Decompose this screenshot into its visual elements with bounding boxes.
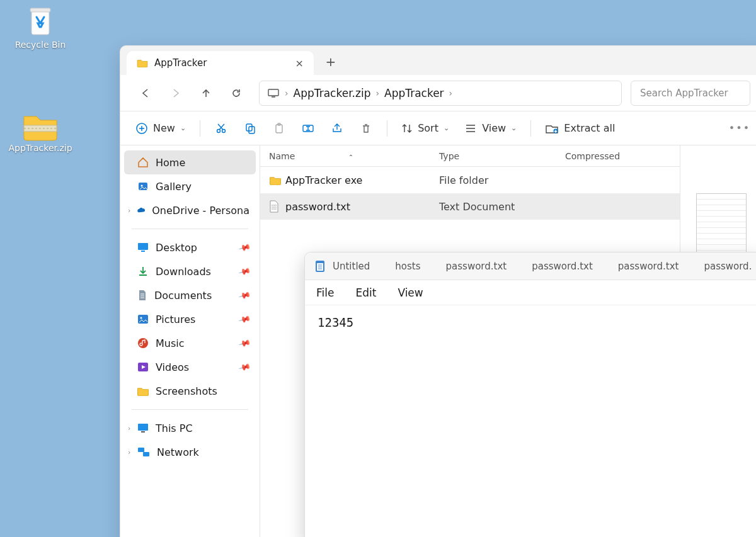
desktop-icon-label: Recycle Bin: [15, 40, 66, 50]
music-icon: [137, 337, 149, 349]
navigation-pane: Home Gallery › OneDrive - Persona Deskto…: [120, 145, 260, 537]
new-tab-button[interactable]: +: [320, 51, 341, 72]
videos-icon: [137, 361, 149, 373]
column-name[interactable]: Name ⌃: [269, 151, 439, 161]
svg-rect-21: [138, 424, 148, 431]
sort-indicator-icon: ⌃: [348, 154, 353, 161]
share-icon: [331, 122, 343, 135]
notepad-text-area[interactable]: 12345: [305, 305, 756, 537]
chevron-down-icon: ⌄: [444, 124, 449, 132]
notepad-menu-bar: File Edit View: [305, 280, 756, 305]
more-button[interactable]: •••: [726, 116, 753, 140]
desktop-icon-label: AppTracker.zip: [8, 143, 72, 153]
notepad-window: Untitled hosts password.txt password.txt…: [304, 252, 756, 537]
desktop-icon: [137, 242, 149, 253]
copy-button[interactable]: [237, 116, 263, 140]
gallery-icon: [137, 180, 149, 193]
notepad-tab[interactable]: password.: [692, 255, 756, 278]
trash-icon: [360, 122, 372, 135]
menu-file[interactable]: File: [316, 286, 334, 299]
svg-point-18: [140, 317, 142, 319]
notepad-tab[interactable]: password.txt: [520, 255, 604, 278]
paste-button[interactable]: [266, 116, 292, 140]
chevron-right-icon: ›: [285, 88, 289, 98]
extract-all-button[interactable]: Extract all: [539, 116, 621, 140]
network-icon: [137, 446, 151, 458]
chevron-right-icon[interactable]: ›: [128, 448, 130, 456]
download-icon: [137, 265, 149, 278]
rename-button[interactable]: [295, 116, 321, 140]
notepad-app-icon: [314, 259, 326, 273]
svg-point-19: [138, 338, 148, 348]
text-file-icon: [269, 200, 285, 213]
share-button[interactable]: [324, 116, 350, 140]
sort-button[interactable]: Sort ⌄: [395, 116, 455, 140]
sidebar-item-onedrive[interactable]: › OneDrive - Persona: [124, 198, 256, 222]
svg-rect-15: [138, 243, 148, 250]
sidebar-item-music[interactable]: Music 📌: [124, 331, 256, 355]
notepad-tab[interactable]: password.txt: [607, 255, 690, 278]
chevron-right-icon[interactable]: ›: [128, 206, 130, 215]
breadcrumb-segment[interactable]: AppTracker.zip: [294, 87, 371, 99]
home-icon: [137, 156, 149, 169]
desktop-icon-recycle-bin[interactable]: Recycle Bin: [9, 3, 72, 50]
window-tab-active[interactable]: AppTracker ×: [127, 51, 314, 75]
back-button[interactable]: [132, 81, 159, 106]
zip-folder-icon: [21, 110, 59, 142]
pictures-icon: [137, 314, 149, 325]
svg-rect-9: [276, 125, 282, 133]
rename-icon: [301, 122, 315, 135]
sidebar-item-videos[interactable]: Videos 📌: [124, 355, 256, 379]
sidebar-item-pictures[interactable]: Pictures 📌: [124, 307, 256, 331]
file-row[interactable]: password.txt Text Document: [260, 193, 680, 220]
sidebar-item-gallery[interactable]: Gallery: [124, 174, 256, 198]
sidebar-item-home[interactable]: Home: [124, 150, 256, 174]
chevron-right-icon[interactable]: ›: [128, 424, 130, 432]
pin-icon: 📌: [238, 337, 251, 350]
sidebar-item-network[interactable]: › Network: [124, 440, 256, 464]
file-row[interactable]: AppTracker exe File folder: [260, 167, 680, 193]
svg-rect-22: [141, 431, 145, 432]
pin-icon: 📌: [238, 265, 251, 278]
svg-point-14: [141, 185, 143, 187]
notepad-tab[interactable]: password.txt: [435, 255, 518, 278]
forward-button[interactable]: [162, 81, 190, 106]
sidebar-item-screenshots[interactable]: Screenshots: [124, 379, 256, 403]
tab-title: AppTracker: [154, 57, 207, 69]
delete-button[interactable]: [353, 116, 379, 140]
breadcrumb-segment[interactable]: AppTracker: [384, 87, 444, 99]
close-tab-icon[interactable]: ×: [295, 57, 303, 69]
breadcrumb-bar[interactable]: › AppTracker.zip › AppTracker ›: [259, 81, 622, 106]
menu-edit[interactable]: Edit: [355, 286, 376, 299]
refresh-button[interactable]: [222, 81, 250, 106]
search-input[interactable]: Search AppTracker: [631, 81, 750, 106]
pin-icon: 📌: [238, 313, 251, 326]
new-button[interactable]: New ⌄: [129, 116, 192, 140]
pin-icon: 📌: [238, 241, 251, 254]
up-button[interactable]: [192, 81, 220, 106]
scissors-icon: [215, 122, 227, 135]
svg-point-5: [217, 129, 220, 132]
pin-icon: 📌: [238, 289, 251, 302]
paste-icon: [273, 122, 285, 135]
view-button[interactable]: View ⌄: [458, 116, 523, 140]
folder-icon: [269, 176, 285, 185]
menu-view[interactable]: View: [398, 286, 423, 299]
desktop-icon-apptracker-zip[interactable]: AppTracker.zip: [9, 110, 72, 153]
column-headers: Name ⌃ Type Compressed: [260, 145, 680, 167]
sidebar-item-desktop[interactable]: Desktop 📌: [124, 235, 256, 259]
cloud-icon: [137, 205, 146, 215]
column-compressed[interactable]: Compressed: [565, 151, 680, 161]
pc-icon: [137, 422, 149, 434]
monitor-icon: [267, 88, 280, 98]
pin-icon: 📌: [238, 361, 251, 374]
column-type[interactable]: Type: [439, 151, 565, 161]
cut-button[interactable]: [208, 116, 234, 140]
sort-icon: [401, 123, 413, 134]
notepad-tab[interactable]: Untitled: [309, 255, 381, 278]
svg-point-6: [222, 129, 226, 132]
sidebar-item-documents[interactable]: Documents 📌: [124, 283, 256, 307]
sidebar-item-this-pc[interactable]: › This PC: [124, 416, 256, 440]
notepad-tab[interactable]: hosts: [384, 255, 432, 278]
sidebar-item-downloads[interactable]: Downloads 📌: [124, 259, 256, 283]
